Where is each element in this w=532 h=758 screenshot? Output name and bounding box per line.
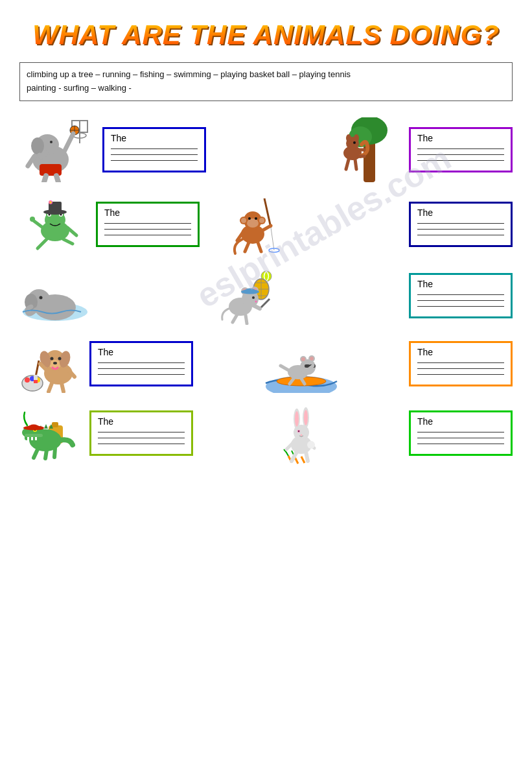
svg-line-56 <box>262 226 271 231</box>
word-bank: climbing up a tree – running – fishing –… <box>19 62 513 101</box>
the-label-1: The <box>111 133 198 143</box>
animal-mouse-tennis <box>214 266 286 325</box>
svg-rect-126 <box>31 437 33 440</box>
svg-point-78 <box>252 296 255 299</box>
answer-line-1b <box>111 154 198 155</box>
answer-line-6b <box>98 368 185 369</box>
answer-line-9b <box>417 438 504 438</box>
animal-squirrel-tree <box>326 117 404 182</box>
svg-point-55 <box>259 218 264 223</box>
answer-line-7c <box>417 374 504 375</box>
animal-elephant-swimming <box>19 270 91 322</box>
animal-frog-running <box>19 195 91 254</box>
answer-line-5a <box>417 294 504 295</box>
exercise-item-crocodile: The <box>19 403 193 464</box>
exercise-row-3: The <box>19 263 513 328</box>
animal-mouse-surfing <box>262 335 340 393</box>
page-title: WHAT ARE THE ANIMALS DOING? <box>32 19 500 51</box>
the-label-4: The <box>104 207 191 218</box>
svg-line-80 <box>251 304 260 309</box>
svg-line-13 <box>44 176 46 182</box>
animal-crocodile-walking <box>19 403 84 464</box>
svg-point-108 <box>301 357 305 361</box>
answer-line-7b <box>417 368 504 369</box>
answer-box-9[interactable]: The <box>409 410 513 456</box>
svg-point-79 <box>255 300 257 302</box>
svg-line-134 <box>34 449 38 458</box>
answer-line-4b <box>104 229 191 230</box>
svg-line-88 <box>36 361 39 377</box>
the-label-2: The <box>417 133 504 143</box>
svg-point-145 <box>300 434 302 436</box>
the-label-6: The <box>98 347 185 357</box>
answer-box-3[interactable]: The <box>409 202 513 247</box>
svg-rect-120 <box>52 422 58 427</box>
svg-point-51 <box>255 217 257 220</box>
svg-line-135 <box>45 450 47 458</box>
answer-line-6a <box>98 362 185 363</box>
svg-point-140 <box>295 411 299 427</box>
animal-monkey-fishing <box>226 192 290 257</box>
answer-line-8b <box>98 438 185 438</box>
answer-line-3a <box>417 223 504 224</box>
content-area: The <box>19 114 513 468</box>
svg-point-39 <box>30 217 35 222</box>
answer-line-9a <box>417 432 504 432</box>
answer-box-4[interactable]: The <box>96 202 200 247</box>
svg-line-44 <box>264 198 271 228</box>
answer-line-4c <box>104 235 191 235</box>
svg-rect-127 <box>35 437 37 440</box>
exercise-row-5: The <box>19 399 513 468</box>
answer-line-8a <box>98 432 185 432</box>
svg-line-81 <box>233 314 237 322</box>
svg-line-38 <box>64 239 73 244</box>
page: WHAT ARE THE ANIMALS DOING? climbing up … <box>0 0 532 758</box>
svg-marker-131 <box>44 424 48 429</box>
answer-line-1c <box>111 160 198 161</box>
svg-point-9 <box>50 141 52 143</box>
svg-point-53 <box>241 218 246 223</box>
exercise-row-1: The <box>19 114 513 185</box>
svg-point-43 <box>50 201 52 203</box>
svg-point-110 <box>310 357 314 361</box>
answer-box-5[interactable]: The <box>409 273 513 318</box>
answer-line-6c <box>98 374 185 375</box>
svg-point-22 <box>353 141 356 144</box>
answer-line-8c <box>98 444 185 444</box>
svg-line-58 <box>245 243 249 252</box>
svg-line-82 <box>246 315 247 324</box>
animal-elephant-basketball <box>19 117 97 182</box>
answer-box-2[interactable]: The <box>409 127 513 172</box>
svg-rect-90 <box>34 380 38 383</box>
answer-box-6[interactable]: The <box>89 341 193 386</box>
svg-point-98 <box>53 362 57 364</box>
svg-point-150 <box>307 441 315 449</box>
answer-box-8[interactable]: The <box>89 410 193 456</box>
exercise-item-elephant-swim <box>19 270 91 322</box>
svg-line-11 <box>28 156 34 166</box>
answer-line-4a <box>104 223 191 224</box>
svg-rect-125 <box>27 437 29 440</box>
svg-line-102 <box>62 383 64 392</box>
svg-line-26 <box>355 160 356 169</box>
animal-dog-painting <box>19 335 84 393</box>
answer-line-1a <box>111 148 198 149</box>
answer-line-7a <box>417 362 504 363</box>
exercise-item-2: The <box>326 117 513 182</box>
svg-line-59 <box>258 243 261 252</box>
the-label-7: The <box>417 347 504 357</box>
answer-line-9c <box>417 444 504 444</box>
exercise-row-2: The <box>19 189 513 260</box>
svg-line-115 <box>281 366 290 371</box>
answer-box-1[interactable]: The <box>102 127 206 172</box>
svg-point-97 <box>58 357 62 360</box>
svg-point-85 <box>25 377 30 383</box>
answer-box-7[interactable]: The <box>409 341 513 386</box>
svg-line-10 <box>64 134 73 153</box>
answer-line-2a <box>417 148 504 149</box>
svg-line-149 <box>306 452 308 461</box>
exercise-item-4: The <box>19 195 200 254</box>
svg-point-21 <box>354 134 359 142</box>
svg-line-136 <box>54 448 55 457</box>
svg-point-96 <box>51 357 54 360</box>
